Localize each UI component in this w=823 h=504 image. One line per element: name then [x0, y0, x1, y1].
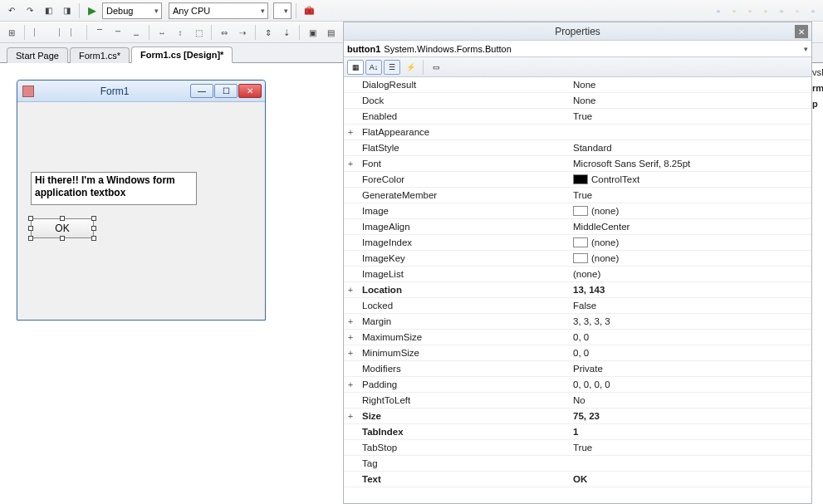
expand-icon[interactable]: +: [344, 286, 357, 295]
property-value[interactable]: 1: [570, 427, 811, 437]
resize-handle-s[interactable]: [60, 236, 65, 241]
properties-close-button[interactable]: ✕: [795, 25, 808, 38]
vspace-inc-icon[interactable]: ⇣: [278, 24, 295, 41]
property-value[interactable]: None: [570, 80, 811, 90]
property-row[interactable]: ForeColorControlText: [344, 172, 811, 188]
window-icon-5[interactable]: ▫: [775, 4, 788, 17]
property-value[interactable]: False: [570, 301, 811, 311]
expand-icon[interactable]: +: [344, 159, 357, 169]
resize-handle-nw[interactable]: [28, 216, 33, 221]
property-row[interactable]: ImageList(none): [344, 267, 811, 282]
property-value[interactable]: Private: [570, 364, 811, 374]
form-client-area[interactable]: Hi there!! I'm a Windows form applicatio…: [17, 102, 265, 320]
property-value[interactable]: 13, 143: [570, 285, 811, 295]
property-value[interactable]: None: [570, 95, 811, 105]
center-v-icon[interactable]: ▤: [322, 24, 339, 41]
nav-fwd-button[interactable]: ◨: [58, 2, 75, 19]
platform-combo[interactable]: Any CPU: [169, 2, 268, 19]
align-center-icon[interactable]: ⎹: [47, 24, 64, 41]
align-grid-icon[interactable]: ⊞: [3, 24, 20, 41]
window-icon-4[interactable]: ▫: [759, 4, 772, 17]
toolbox-button[interactable]: 🧰: [301, 2, 317, 19]
property-row[interactable]: +FlatAppearance: [344, 125, 811, 140]
window-icon-3[interactable]: ▫: [743, 4, 757, 17]
align-left-icon[interactable]: ⎸: [29, 24, 46, 41]
window-icon-1[interactable]: ▫: [712, 4, 725, 17]
property-value[interactable]: No: [570, 395, 811, 405]
property-row[interactable]: +FontMicrosoft Sans Serif, 8.25pt: [344, 156, 811, 172]
expand-icon[interactable]: +: [344, 333, 357, 342]
form-window[interactable]: Form1 — ☐ ✕ Hi there!! I'm a Windows for…: [17, 80, 266, 321]
property-value[interactable]: (none): [570, 237, 811, 247]
resize-handle-se[interactable]: [91, 236, 96, 241]
undo-button[interactable]: ↶: [3, 2, 20, 19]
property-row[interactable]: +Location13, 143: [344, 282, 811, 298]
property-row[interactable]: ImageIndex(none): [344, 235, 811, 251]
expand-icon[interactable]: +: [344, 412, 357, 421]
property-row[interactable]: TabStopTrue: [344, 440, 811, 456]
maximize-button[interactable]: ☐: [214, 84, 238, 98]
property-row[interactable]: Tag: [344, 456, 811, 472]
configuration-combo[interactable]: Debug: [102, 2, 162, 19]
property-row[interactable]: TextOK: [344, 472, 811, 487]
property-row[interactable]: FlatStyleStandard: [344, 140, 811, 156]
minimize-button[interactable]: —: [190, 84, 213, 98]
expand-icon[interactable]: +: [344, 128, 357, 137]
property-value[interactable]: Microsoft Sans Serif, 8.25pt: [570, 159, 811, 169]
property-value[interactable]: Standard: [570, 143, 811, 153]
align-top-icon[interactable]: ⎺: [91, 24, 108, 41]
window-icon-2[interactable]: ▫: [727, 4, 741, 17]
property-value[interactable]: OK: [570, 474, 811, 484]
property-value[interactable]: 0, 0: [570, 348, 811, 358]
center-h-icon[interactable]: ▣: [304, 24, 321, 41]
window-icon-7[interactable]: ▫: [806, 4, 820, 17]
window-icon-6[interactable]: ▫: [791, 4, 804, 17]
resize-handle-e[interactable]: [91, 226, 96, 231]
property-row[interactable]: +MinimumSize0, 0: [344, 345, 811, 361]
property-row[interactable]: GenerateMemberTrue: [344, 188, 811, 203]
hspace-equal-icon[interactable]: ⇔: [216, 24, 233, 41]
property-value[interactable]: 0, 0: [570, 332, 811, 342]
textbox-control[interactable]: Hi there!! I'm a Windows form applicatio…: [31, 172, 197, 205]
property-value[interactable]: ControlText: [570, 174, 811, 184]
property-row[interactable]: TabIndex1: [344, 424, 811, 440]
property-value[interactable]: (none): [570, 253, 811, 263]
events-button[interactable]: ⚡: [402, 60, 419, 75]
property-value[interactable]: True: [570, 111, 811, 121]
property-row[interactable]: +Padding0, 0, 0, 0: [344, 377, 811, 393]
hspace-inc-icon[interactable]: ⇢: [234, 24, 251, 41]
properties-object-selector[interactable]: button1 System.Windows.Forms.Button ▾: [344, 41, 811, 57]
resize-handle-ne[interactable]: [91, 216, 96, 221]
expand-icon[interactable]: +: [344, 349, 357, 358]
property-value[interactable]: 75, 23: [570, 411, 811, 421]
tab-form1-design[interactable]: Form1.cs [Design]*: [131, 46, 233, 63]
properties-grid[interactable]: DialogResultNoneDockNoneEnabledTrue+Flat…: [344, 77, 811, 503]
designer-surface[interactable]: Form1 — ☐ ✕ Hi there!! I'm a Windows for…: [0, 63, 332, 503]
property-row[interactable]: ImageKey(none): [344, 251, 811, 267]
resize-handle-w[interactable]: [28, 226, 33, 231]
same-height-icon[interactable]: ↕: [172, 24, 189, 41]
property-row[interactable]: DockNone: [344, 93, 811, 109]
property-value[interactable]: (none): [570, 206, 811, 216]
vspace-equal-icon[interactable]: ⇕: [260, 24, 277, 41]
same-size-icon[interactable]: ⬚: [190, 24, 207, 41]
close-button[interactable]: ✕: [238, 84, 262, 98]
property-value[interactable]: True: [570, 443, 811, 453]
align-bottom-icon[interactable]: ⎽: [128, 24, 145, 41]
property-row[interactable]: +Margin3, 3, 3, 3: [344, 314, 811, 330]
property-row[interactable]: +MaximumSize0, 0: [344, 330, 811, 345]
expand-icon[interactable]: +: [344, 317, 357, 326]
property-row[interactable]: ImageAlignMiddleCenter: [344, 219, 811, 235]
object-dropdown-icon[interactable]: ▾: [804, 45, 808, 53]
property-row[interactable]: Image(none): [344, 203, 811, 219]
same-width-icon[interactable]: ↔: [154, 24, 170, 41]
property-row[interactable]: +Size75, 23: [344, 409, 811, 424]
nav-back-button[interactable]: ◧: [40, 2, 56, 19]
expand-icon[interactable]: +: [344, 380, 357, 389]
align-middle-icon[interactable]: ⎻: [110, 24, 126, 41]
property-row[interactable]: DialogResultNone: [344, 77, 811, 93]
tab-form1-code[interactable]: Form1.cs*: [70, 47, 130, 63]
property-row[interactable]: EnabledTrue: [344, 109, 811, 125]
resize-handle-n[interactable]: [60, 216, 65, 221]
property-value[interactable]: True: [570, 190, 811, 200]
